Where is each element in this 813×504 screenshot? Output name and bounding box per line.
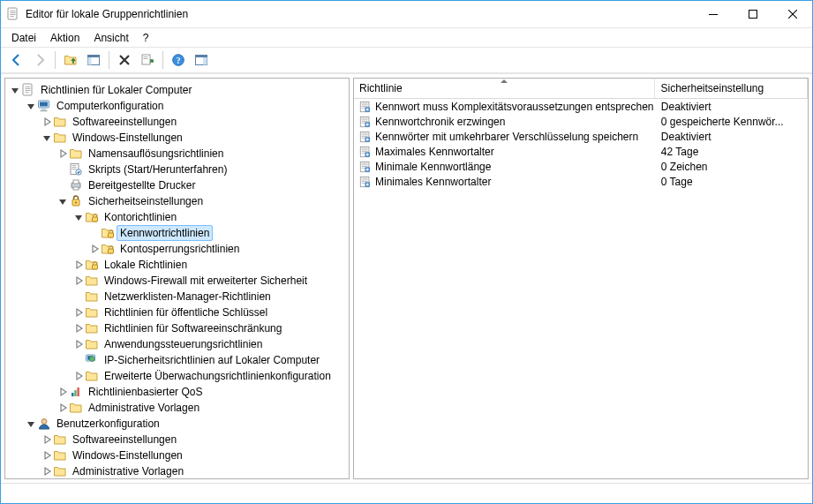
- tree-node-namensaufl-sungsrichtlinien[interactable]: Namensauflösungsrichtlinien: [56, 146, 347, 162]
- ipsec-icon: [85, 353, 99, 367]
- collapse-toggle[interactable]: [72, 211, 85, 223]
- computer-icon: [37, 99, 51, 113]
- app-icon: [6, 7, 20, 21]
- tree-node-administrative-vorlagen[interactable]: Administrative Vorlagen: [41, 463, 347, 479]
- toolbar-separator: [162, 51, 163, 69]
- expand-toggle[interactable]: [72, 306, 85, 319]
- expand-toggle[interactable]: [88, 243, 101, 255]
- script-icon: [69, 162, 83, 177]
- policy-name: Maximales Kennwortalter: [375, 146, 494, 158]
- tree-node-label: Kontorichtlinien: [101, 209, 180, 225]
- menu-aktion[interactable]: Aktion: [43, 30, 87, 46]
- tree-node-label: Anwendungssteuerungsrichtlinien: [101, 336, 266, 352]
- tree-node-ip-sicherheitsrichtlinien-auf-lokaler-co[interactable]: IP-Sicherheitsrichtlinien auf Lokaler Co…: [72, 352, 347, 368]
- tree-node-richtlinien-f-r-lokaler-computer[interactable]: Richtlinien für Lokaler Computer: [9, 82, 347, 98]
- expand-toggle[interactable]: [72, 322, 85, 335]
- folder-icon: [85, 305, 99, 320]
- expand-toggle[interactable]: [41, 449, 53, 462]
- policy-name: Minimales Kennwortalter: [375, 176, 491, 188]
- tree-node-richtlinien-f-r-softwareeinschr-nkung[interactable]: Richtlinien für Softwareeinschränkung: [72, 320, 347, 336]
- expand-toggle[interactable]: [41, 465, 53, 478]
- help-button[interactable]: [168, 49, 189, 71]
- tree-pane[interactable]: Richtlinien für Lokaler Computer Compute…: [4, 78, 350, 479]
- tree-node-erweiterte-berwachungsrichtlinienkonfigu[interactable]: Erweiterte Überwachungsrichtlinienkonfig…: [72, 368, 347, 384]
- menu-hilfe[interactable]: ?: [136, 30, 156, 46]
- expand-toggle[interactable]: [72, 370, 85, 382]
- policy-row[interactable]: Kennwörter mit umkehrbarer Verschlüsselu…: [354, 129, 808, 144]
- tree-node-richtlinien-f-r-ffentliche-schl-ssel[interactable]: Richtlinien für öffentliche Schlüssel: [72, 305, 347, 320]
- tree-node-kennwortrichtlinien[interactable]: Kennwortrichtlinien: [88, 225, 347, 241]
- tree-node-softwareeinstellungen[interactable]: Softwareeinstellungen: [41, 432, 347, 448]
- tree-node-kontosperrungsrichtlinien[interactable]: Kontosperrungsrichtlinien: [88, 241, 347, 257]
- close-button[interactable]: [772, 1, 812, 27]
- folder-icon: [69, 401, 83, 415]
- tree-node-kontorichtlinien[interactable]: Kontorichtlinien: [72, 209, 347, 225]
- collapse-toggle[interactable]: [25, 417, 37, 430]
- toolbar-separator: [109, 51, 109, 69]
- statusbar: [1, 483, 812, 503]
- tree-node-skripts-start-herunterfahren[interactable]: Skripts (Start/Herunterfahren): [56, 162, 347, 177]
- expand-toggle[interactable]: [72, 275, 85, 287]
- column-sicherheitseinstellung[interactable]: Sicherheitseinstellung: [655, 79, 808, 98]
- tree-node-label: Windows-Firewall mit erweiterter Sicherh…: [101, 273, 311, 289]
- list-pane[interactable]: Richtlinie Sicherheitseinstellung Kennwo…: [353, 78, 809, 479]
- maximize-button[interactable]: [733, 1, 772, 27]
- policy-name: Kennwörter mit umkehrbarer Verschlüsselu…: [375, 131, 638, 143]
- tree-node-label: Benutzerkonfiguration: [53, 416, 163, 432]
- user-icon: [37, 417, 51, 431]
- up-level-button[interactable]: [60, 49, 81, 71]
- policy-row[interactable]: Kennwort muss Komplexitätsvoraussetzunge…: [354, 99, 808, 114]
- tree-node-netzwerklisten-manager-richtlinien[interactable]: Netzwerklisten-Manager-Richtlinien: [72, 289, 347, 305]
- tree-node-label: Sicherheitseinstellungen: [85, 193, 207, 209]
- expand-toggle[interactable]: [41, 116, 53, 128]
- tree-node-richtlinienbasierter-qos[interactable]: Richtlinienbasierter QoS: [56, 384, 347, 400]
- folder-icon: [53, 433, 67, 447]
- expand-toggle[interactable]: [41, 433, 53, 446]
- folder-icon: [85, 290, 99, 304]
- collapse-toggle[interactable]: [9, 84, 21, 96]
- minimize-button[interactable]: [693, 1, 733, 27]
- tree-node-label: Windows-Einstellungen: [69, 448, 186, 463]
- tree-node-label: Bereitgestellte Drucker: [85, 177, 199, 193]
- policy-icon: [359, 161, 372, 173]
- back-button[interactable]: [6, 49, 27, 71]
- policy-row[interactable]: Maximales Kennwortalter 42 Tage: [354, 144, 808, 159]
- column-richtlinie[interactable]: Richtlinie: [354, 79, 655, 98]
- menu-datei[interactable]: Datei: [4, 30, 43, 46]
- tree-node-windows-einstellungen[interactable]: Windows-Einstellungen: [41, 448, 347, 463]
- expand-toggle[interactable]: [72, 338, 85, 350]
- collapse-toggle[interactable]: [56, 195, 69, 207]
- svg-rect-45: [749, 10, 757, 18]
- policy-row[interactable]: Minimale Kennwortlänge 0 Zeichen: [354, 159, 808, 174]
- expand-toggle[interactable]: [56, 147, 69, 160]
- titlebar[interactable]: Editor für lokale Gruppenrichtlinien: [1, 1, 812, 28]
- tree-node-administrative-vorlagen[interactable]: Administrative Vorlagen: [56, 400, 347, 416]
- tree-node-computerkonfiguration[interactable]: Computerkonfiguration: [25, 98, 347, 114]
- tree-node-benutzerkonfiguration[interactable]: Benutzerkonfiguration: [25, 416, 347, 432]
- export-list-button[interactable]: [137, 49, 158, 71]
- policy-value: 0 Tage: [656, 176, 808, 188]
- tree-node-anwendungssteuerungsrichtlinien[interactable]: Anwendungssteuerungsrichtlinien: [72, 336, 347, 352]
- tree-node-windows-einstellungen[interactable]: Windows-Einstellungen: [41, 130, 347, 146]
- policy-row[interactable]: Kennwortchronik erzwingen 0 gespeicherte…: [354, 114, 808, 129]
- tree-node-label: Erweiterte Überwachungsrichtlinienkonfig…: [101, 368, 335, 384]
- tree-node-bereitgestellte-drucker[interactable]: Bereitgestellte Drucker: [56, 177, 347, 193]
- expand-toggle[interactable]: [56, 386, 69, 398]
- tree-node-sicherheitseinstellungen[interactable]: Sicherheitseinstellungen: [56, 193, 347, 209]
- expand-toggle[interactable]: [56, 402, 69, 414]
- tree-node-windows-firewall-mit-erweiterter-sicherh[interactable]: Windows-Firewall mit erweiterter Sicherh…: [72, 273, 347, 289]
- policy-value: 42 Tage: [656, 146, 808, 158]
- expand-toggle[interactable]: [72, 259, 85, 271]
- toggle-tree-button[interactable]: [83, 49, 104, 71]
- collapse-toggle[interactable]: [25, 100, 37, 112]
- tree-node-softwareeinstellungen[interactable]: Softwareeinstellungen: [41, 114, 347, 130]
- collapse-toggle[interactable]: [41, 132, 53, 144]
- menu-ansicht[interactable]: Ansicht: [87, 30, 135, 46]
- tree-node-label: Administrative Vorlagen: [85, 400, 203, 416]
- delete-button[interactable]: [114, 49, 135, 71]
- toggle-action-pane-button[interactable]: [191, 49, 212, 71]
- tree-node-lokale-richtlinien[interactable]: Lokale Richtlinien: [72, 257, 347, 273]
- printer-icon: [69, 178, 83, 192]
- policy-row[interactable]: Minimales Kennwortalter 0 Tage: [354, 174, 808, 189]
- folder-lock-icon: [101, 242, 115, 256]
